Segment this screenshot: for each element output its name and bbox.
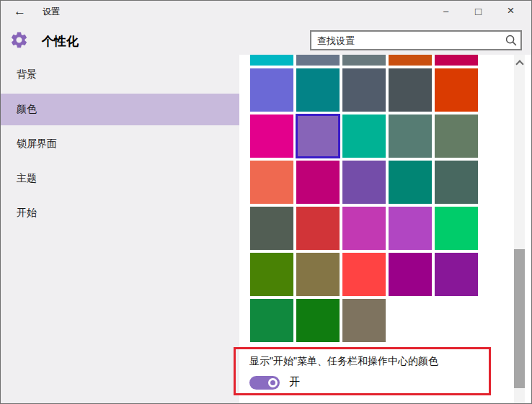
color-swatch[interactable]: [296, 161, 340, 204]
sidebar-item-themes[interactable]: 主题: [1, 163, 239, 194]
toggle-state-label: 开: [289, 375, 300, 389]
color-swatch[interactable]: [389, 55, 432, 66]
sidebar-item-start[interactable]: 开始: [1, 197, 239, 229]
toggle-knob: [268, 378, 278, 387]
sidebar-item-background[interactable]: 背景: [1, 59, 239, 91]
color-swatch[interactable]: [389, 207, 432, 250]
color-swatch[interactable]: [389, 253, 432, 296]
toggle-description: 显示"开始"菜单、任务栏和操作中心的颜色: [249, 355, 438, 368]
color-swatch[interactable]: [342, 253, 386, 296]
color-swatch[interactable]: [342, 207, 386, 250]
color-grid-viewport: [250, 55, 484, 344]
gear-icon: [9, 30, 29, 50]
color-swatch[interactable]: [342, 299, 386, 342]
sidebar-item-lockscreen[interactable]: 锁屏界面: [1, 128, 239, 160]
color-swatch[interactable]: [435, 207, 478, 250]
sidebar-item-label: 背景: [17, 68, 37, 81]
color-grid: [250, 55, 484, 342]
color-swatch[interactable]: [296, 253, 340, 296]
page-title: 个性化: [42, 33, 79, 50]
color-swatch[interactable]: [435, 253, 478, 296]
sidebar-item-label: 颜色: [17, 103, 37, 116]
color-swatch-selected[interactable]: [296, 115, 340, 158]
color-swatch[interactable]: [250, 299, 293, 342]
sidebar-item-colors[interactable]: 颜色: [1, 94, 239, 125]
sidebar-item-label: 开始: [17, 207, 37, 220]
color-swatch[interactable]: [389, 161, 432, 204]
search-input[interactable]: [311, 35, 503, 46]
color-swatch[interactable]: [250, 161, 293, 204]
color-swatch[interactable]: [250, 55, 293, 66]
search-icon[interactable]: [503, 32, 519, 48]
color-swatch[interactable]: [342, 68, 386, 112]
show-color-toggle[interactable]: [249, 376, 280, 390]
color-swatch[interactable]: [342, 161, 386, 204]
color-swatch[interactable]: [389, 115, 432, 158]
sidebar-item-label: 锁屏界面: [17, 138, 57, 151]
window-controls: – □ ×: [430, 1, 527, 21]
color-swatch[interactable]: [250, 253, 293, 296]
color-swatch[interactable]: [435, 68, 478, 112]
color-swatch[interactable]: [389, 68, 432, 112]
color-swatch[interactable]: [342, 55, 386, 66]
color-swatch[interactable]: [250, 115, 293, 158]
color-swatch[interactable]: [435, 115, 478, 158]
close-button[interactable]: ×: [495, 1, 527, 21]
color-swatch[interactable]: [435, 161, 478, 204]
window-title: 设置: [43, 6, 60, 18]
color-swatch[interactable]: [342, 115, 386, 158]
minimize-button[interactable]: –: [430, 1, 462, 21]
color-swatch[interactable]: [435, 55, 478, 66]
sidebar-item-label: 主题: [17, 172, 37, 185]
color-swatch[interactable]: [296, 55, 340, 66]
scroll-up-arrow-icon[interactable]: [514, 58, 525, 68]
color-swatch[interactable]: [296, 68, 340, 112]
color-swatch[interactable]: [250, 68, 293, 112]
color-swatch[interactable]: [296, 299, 340, 342]
scrollbar: [514, 55, 525, 404]
settings-window: ← 设置 – □ × 个性化 背景 颜色 锁屏界面 主题 开始: [0, 0, 532, 404]
color-swatch[interactable]: [250, 207, 293, 250]
color-swatch[interactable]: [296, 207, 340, 250]
scrollbar-thumb[interactable]: [514, 249, 525, 388]
search-box: [310, 30, 522, 50]
maximize-button[interactable]: □: [462, 1, 495, 21]
back-button[interactable]: ←: [9, 3, 30, 20]
